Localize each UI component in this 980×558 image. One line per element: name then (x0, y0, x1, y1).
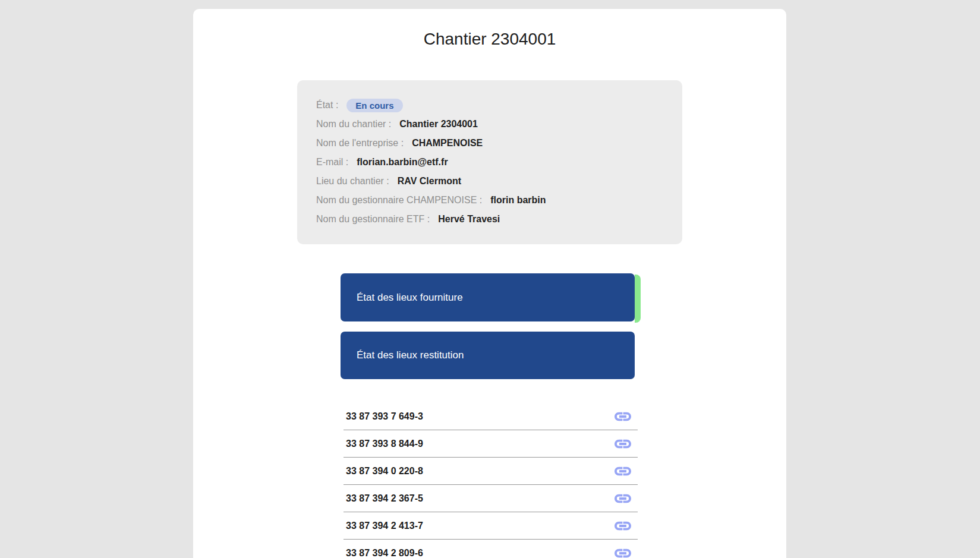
wagon-number: 33 87 394 0 220-8 (344, 466, 423, 477)
action-button-label: État des lieux restitution (357, 349, 464, 361)
info-field-row: Nom de l'entreprise : CHAMPENOISE (316, 134, 663, 153)
wagon-number: 33 87 394 2 809-6 (344, 548, 423, 558)
page-background: Chantier 2304001 État : En cours Nom du … (0, 0, 980, 558)
etat-des-lieux-button[interactable]: État des lieux restitution (341, 332, 635, 379)
chantier-info-panel: État : En cours Nom du chantier : Chanti… (297, 80, 682, 244)
link-icon[interactable] (613, 407, 638, 426)
field-label: E-mail : (316, 157, 348, 168)
field-value: Chantier 2304001 (399, 119, 478, 130)
field-value: florian.barbin@etf.fr (357, 157, 448, 168)
link-icon[interactable] (613, 516, 638, 535)
field-value: RAV Clermont (398, 176, 461, 187)
link-icon[interactable] (613, 544, 638, 558)
list-item: 33 87 393 7 649-3 (344, 403, 638, 430)
field-label: Nom du chantier : (316, 119, 391, 130)
field-label: Nom du gestionnaire CHAMPENOISE : (316, 195, 482, 206)
main-card: Chantier 2304001 État : En cours Nom du … (193, 9, 786, 558)
list-item: 33 87 394 2 367-5 (344, 485, 638, 512)
wagon-number: 33 87 394 2 413-7 (344, 521, 423, 531)
list-item: 33 87 394 2 413-7 (344, 512, 638, 540)
etat-des-lieux-button[interactable]: État des lieux fourniture (341, 273, 635, 321)
wagon-list: 33 87 393 7 649-3 33 87 393 8 844-9 (344, 403, 638, 558)
field-label: Lieu du chantier : (316, 176, 389, 187)
wagon-number: 33 87 393 8 844-9 (344, 439, 423, 449)
info-field-row: Nom du chantier : Chantier 2304001 (316, 115, 663, 134)
field-label: Nom du gestionnaire ETF : (316, 214, 430, 225)
wagon-number: 33 87 394 2 367-5 (344, 493, 423, 504)
wagon-number: 33 87 393 7 649-3 (344, 411, 423, 422)
info-field-row: Lieu du chantier : RAV Clermont (316, 172, 663, 191)
field-value: CHAMPENOISE (412, 138, 483, 149)
info-field-row: État : En cours (316, 96, 663, 115)
info-field-row: Nom du gestionnaire CHAMPENOISE : florin… (316, 191, 663, 210)
info-field-row: E-mail : florian.barbin@etf.fr (316, 153, 663, 172)
field-value: Hervé Travesi (438, 214, 500, 225)
action-buttons: État des lieux fourniture État des lieux… (341, 273, 635, 379)
link-icon[interactable] (613, 462, 638, 481)
field-label: État : (316, 100, 338, 111)
action-button-label: État des lieux fourniture (357, 292, 463, 304)
page-title: Chantier 2304001 (193, 29, 786, 50)
field-value: En cours (346, 99, 402, 112)
list-item: 33 87 393 8 844-9 (344, 430, 638, 458)
field-value: florin barbin (490, 195, 546, 206)
link-icon[interactable] (613, 434, 638, 453)
field-label: Nom de l'entreprise : (316, 138, 404, 149)
list-item: 33 87 394 2 809-6 (344, 540, 638, 558)
info-field-row: Nom du gestionnaire ETF : Hervé Travesi (316, 210, 663, 229)
list-item: 33 87 394 0 220-8 (344, 458, 638, 485)
link-icon[interactable] (613, 489, 638, 508)
